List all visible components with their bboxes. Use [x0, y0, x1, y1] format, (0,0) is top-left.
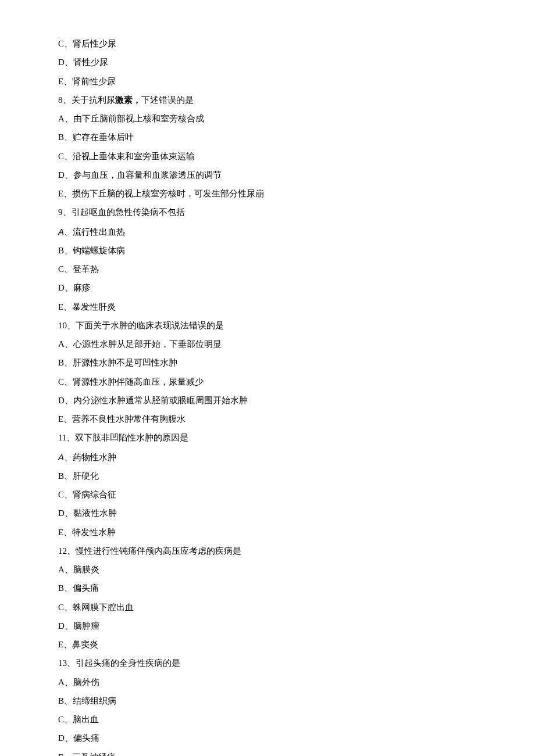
- text-segment: 、药物性水肿: [64, 453, 116, 462]
- text-line: C、肾病综合征: [58, 489, 477, 501]
- text-line: C、沿视上垂体束和室旁垂体束运输: [58, 151, 477, 163]
- text-line: B、偏头痛: [58, 582, 477, 595]
- text-segment: C、蛛网膜下腔出血: [58, 603, 134, 612]
- text-segment: E、损伤下丘脑的视上核室旁核时，可发生部分性尿崩: [58, 189, 264, 198]
- text-segment: 9、引起呕血的急性传染病不包括: [58, 207, 185, 217]
- text-segment: 下述错误的是: [141, 95, 194, 105]
- text-segment: C、肾病综合征: [58, 490, 116, 499]
- text-line: D、内分泌性水肿通常从胫前或眼眶周围开始水肿: [58, 395, 477, 407]
- text-segment: B、肝源性水肿不是可凹性水肿: [58, 358, 177, 367]
- text-segment: B、贮存在垂体后叶: [58, 132, 134, 142]
- text-line: 8、关于抗利尿激素，下述错误的是: [58, 94, 477, 107]
- text-segment: C、肾源性水肿伴随高血压，尿量减少: [58, 377, 204, 386]
- text-line: D、麻疹: [58, 282, 477, 295]
- text-segment: B、结缔组织病: [58, 696, 116, 705]
- text-segment: D、肾性少尿: [58, 58, 108, 67]
- text-segment: E、肾前性少尿: [58, 77, 116, 86]
- text-line: E、损伤下丘脑的视上核室旁核时，可发生部分性尿崩: [58, 188, 477, 200]
- text-segment: B、偏头痛: [58, 583, 99, 593]
- text-line: A、心源性水肿从足部开始，下垂部位明显: [58, 338, 477, 351]
- text-line: B、肝硬化: [58, 470, 477, 483]
- text-segment: C、肾后性少尿: [58, 39, 116, 48]
- text-segment: 11、双下肢非凹陷性水肿的原因是: [58, 433, 188, 442]
- text-line: D、黏液性水肿: [58, 507, 477, 520]
- text-line: B、贮存在垂体后叶: [58, 131, 477, 144]
- text-segment: A、脑膜炎: [58, 565, 99, 574]
- text-line: C、蛛网膜下腔出血: [58, 601, 477, 614]
- text-line: A、由下丘脑前部视上核和室旁核合成: [58, 113, 477, 126]
- text-line: 13、引起头痛的全身性疾病的是: [58, 657, 477, 670]
- text-segment: 激素，: [115, 95, 141, 105]
- text-line: A、药物性水肿: [58, 451, 477, 464]
- text-segment: E、营养不良性水肿常伴有胸腹水: [58, 414, 186, 424]
- text-segment: D、黏液性水肿: [58, 508, 117, 518]
- text-segment: D、偏头痛: [58, 733, 99, 743]
- text-segment: B、钩端螺旋体病: [58, 246, 125, 255]
- document-page: C、肾后性少尿D、肾性少尿E、肾前性少尿8、关于抗利尿激素，下述错误的是A、由下…: [0, 0, 535, 756]
- text-segment: A、心源性水肿从足部开始，下垂部位明显: [58, 339, 222, 349]
- text-segment: A、脑外伤: [58, 678, 99, 687]
- text-segment: E、特发性水肿: [58, 528, 116, 537]
- text-segment: A: [58, 227, 64, 237]
- text-line: B、钩端螺旋体病: [58, 245, 477, 257]
- text-line: B、肝源性水肿不是可凹性水肿: [58, 357, 477, 370]
- text-line: C、肾后性少尿: [58, 38, 477, 51]
- text-segment: E、暴发性肝炎: [58, 302, 116, 311]
- text-segment: 10、下面关于水肿的临床表现说法错误的是: [58, 321, 224, 330]
- text-line: E、特发性水肿: [58, 526, 477, 539]
- text-segment: B、肝硬化: [58, 471, 99, 481]
- text-segment: E、三叉神经痛: [58, 753, 116, 757]
- text-line: E、鼻窦炎: [58, 639, 477, 651]
- text-line: D、参与血压，血容量和血浆渗透压的调节: [58, 169, 477, 182]
- text-segment: 、流行性出血热: [64, 227, 125, 237]
- text-segment: D、内分泌性水肿通常从胫前或眼眶周围开始水肿: [58, 396, 248, 405]
- text-segment: E、鼻窦炎: [58, 640, 98, 649]
- text-line: E、肾前性少尿: [58, 76, 477, 88]
- text-segment: 12、慢性进行性钝痛伴颅内高压应考虑的疾病是: [58, 546, 241, 556]
- text-segment: D、参与血压，血容量和血浆渗透压的调节: [58, 170, 222, 180]
- text-segment: D、脑肿瘤: [58, 621, 99, 630]
- text-segment: C、脑出血: [58, 715, 99, 724]
- text-line: E、暴发性肝炎: [58, 301, 477, 314]
- text-line: C、肾源性水肿伴随高血压，尿量减少: [58, 376, 477, 389]
- text-line: 12、慢性进行性钝痛伴颅内高压应考虑的疾病是: [58, 545, 477, 558]
- text-line: E、营养不良性水肿常伴有胸腹水: [58, 413, 477, 426]
- text-segment: 8、关于抗利尿: [58, 95, 115, 105]
- text-line: C、登革热: [58, 263, 477, 276]
- text-line: E、三叉神经痛: [58, 751, 477, 757]
- text-line: A、脑外伤: [58, 676, 477, 689]
- text-segment: D、麻疹: [58, 283, 91, 292]
- text-line: 11、双下肢非凹陷性水肿的原因是: [58, 432, 477, 445]
- text-segment: 13、引起头痛的全身性疾病的是: [58, 658, 180, 668]
- text-line: D、偏头痛: [58, 732, 477, 745]
- text-line: A、脑膜炎: [58, 564, 477, 576]
- text-segment: A、由下丘脑前部视上核和室旁核合成: [58, 114, 204, 123]
- text-line: D、脑肿瘤: [58, 620, 477, 633]
- text-line: B、结缔组织病: [58, 695, 477, 708]
- text-line: C、脑出血: [58, 714, 477, 726]
- text-segment: A: [58, 452, 64, 462]
- text-segment: C、登革热: [58, 264, 99, 274]
- text-segment: C、沿视上垂体束和室旁垂体束运输: [58, 152, 195, 161]
- text-line: 10、下面关于水肿的临床表现说法错误的是: [58, 320, 477, 332]
- text-line: 9、引起呕血的急性传染病不包括: [58, 206, 477, 219]
- text-line: D、肾性少尿: [58, 56, 477, 69]
- text-line: A、流行性出血热: [58, 225, 477, 239]
